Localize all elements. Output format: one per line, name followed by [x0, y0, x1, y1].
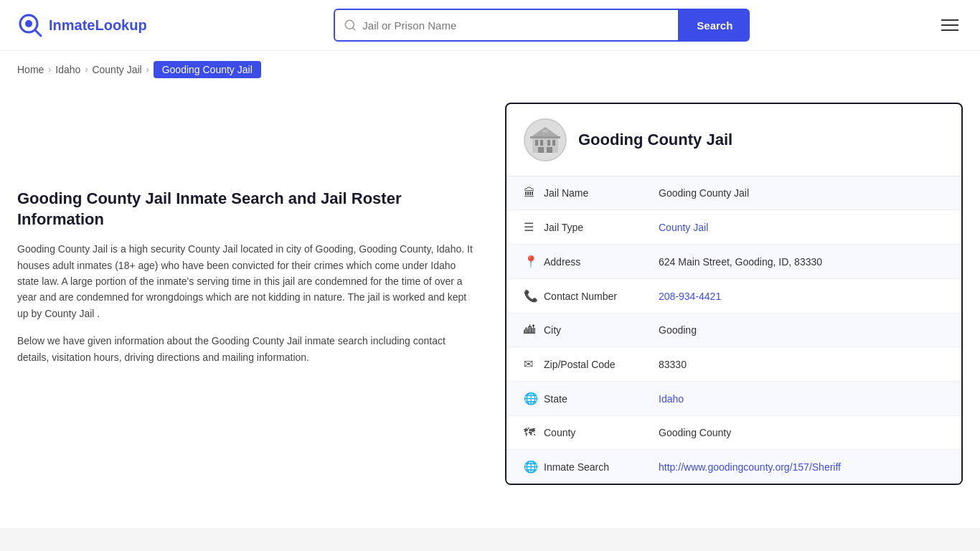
breadcrumb-current: Gooding County Jail — [154, 61, 261, 78]
svg-rect-13 — [530, 136, 560, 138]
info-row-jail-name: 🏛 Jail Name Gooding County Jail — [507, 176, 961, 210]
info-row-jail-type: ☰ Jail Type County Jail — [507, 210, 961, 245]
state-icon: 🌐 — [524, 392, 544, 405]
jail-name-value: Gooding County Jail — [659, 187, 944, 199]
svg-rect-14 — [542, 130, 548, 133]
info-card: Gooding County Jail 🏛 Jail Name Gooding … — [505, 103, 963, 485]
svg-rect-8 — [547, 140, 550, 146]
info-row-address: 📍 Address 624 Main Street, Gooding, ID, … — [507, 245, 961, 279]
breadcrumb-county-jail[interactable]: County Jail — [92, 64, 141, 75]
city-value: Gooding — [659, 324, 944, 336]
svg-rect-9 — [552, 140, 555, 146]
search-button[interactable]: Search — [679, 9, 750, 42]
zip-label: Zip/Postal Code — [544, 359, 659, 370]
chevron-icon-2: › — [85, 65, 88, 75]
zip-value: 83330 — [659, 359, 944, 370]
state-label: State — [544, 393, 659, 405]
jail-avatar — [524, 118, 567, 161]
hamburger-line-2 — [941, 24, 958, 26]
info-row-contact: 📞 Contact Number 208-934-4421 — [507, 279, 961, 314]
county-icon: 🗺 — [524, 426, 544, 439]
jail-name-icon: 🏛 — [524, 187, 544, 199]
city-label: City — [544, 324, 659, 336]
svg-rect-7 — [540, 140, 543, 146]
search-bar: Search — [334, 9, 750, 42]
svg-point-2 — [25, 20, 32, 27]
info-row-county: 🗺 County Gooding County — [507, 416, 961, 450]
county-value: Gooding County — [659, 427, 944, 438]
left-column: Gooding County Jail Inmate Search and Ja… — [17, 103, 476, 485]
svg-rect-10 — [538, 147, 544, 153]
svg-rect-6 — [535, 140, 538, 146]
phone-link[interactable]: 208-934-4421 — [659, 291, 721, 302]
state-value: Idaho — [659, 393, 944, 405]
search-icon — [344, 19, 357, 32]
jail-name-label: Jail Name — [544, 187, 659, 199]
page-title: Gooding County Jail Inmate Search and Ja… — [17, 189, 476, 230]
jail-type-label: Jail Type — [544, 222, 659, 233]
svg-line-4 — [353, 27, 355, 29]
courthouse-icon — [528, 123, 562, 157]
breadcrumb-idaho[interactable]: Idaho — [55, 64, 80, 75]
inmate-search-value: http://www.goodingcounty.org/157/Sheriff — [659, 461, 944, 473]
city-icon: 🏙 — [524, 324, 544, 336]
address-icon: 📍 — [524, 255, 544, 268]
info-row-zip: ✉ Zip/Postal Code 83330 — [507, 347, 961, 382]
inmate-search-link[interactable]: http://www.goodingcounty.org/157/Sheriff — [659, 461, 841, 473]
main-content: Gooding County Jail Inmate Search and Ja… — [0, 88, 980, 514]
logo-link[interactable]: InmateLookup — [17, 12, 147, 38]
logo-icon — [17, 12, 43, 38]
menu-button[interactable] — [937, 15, 963, 35]
header: InmateLookup Search — [0, 0, 980, 51]
description-para-2: Below we have given information about th… — [17, 333, 476, 365]
info-row-state: 🌐 State Idaho — [507, 382, 961, 416]
footer — [0, 528, 980, 551]
phone-icon: 📞 — [524, 289, 544, 303]
info-row-inmate-search: 🌐 Inmate Search http://www.goodingcounty… — [507, 450, 961, 484]
address-value: 624 Main Street, Gooding, ID, 83330 — [659, 256, 944, 268]
svg-line-1 — [35, 30, 41, 36]
breadcrumb-home[interactable]: Home — [17, 64, 44, 75]
card-header: Gooding County Jail — [507, 104, 961, 176]
svg-rect-11 — [547, 147, 552, 153]
zip-icon: ✉ — [524, 357, 544, 371]
hamburger-line-1 — [941, 19, 958, 21]
web-icon: 🌐 — [524, 460, 544, 474]
search-input[interactable] — [362, 19, 669, 32]
info-row-city: 🏙 City Gooding — [507, 314, 961, 347]
contact-label: Contact Number — [544, 291, 659, 302]
chevron-icon-3: › — [146, 65, 149, 75]
card-title: Gooding County Jail — [578, 131, 732, 149]
jail-type-value: County Jail — [659, 222, 944, 233]
breadcrumb: Home › Idaho › County Jail › Gooding Cou… — [0, 51, 980, 88]
jail-type-link[interactable]: County Jail — [659, 222, 708, 233]
logo-text: InmateLookup — [49, 17, 147, 34]
address-label: Address — [544, 256, 659, 268]
description-para-1: Gooding County Jail is a high security C… — [17, 241, 476, 321]
contact-value: 208-934-4421 — [659, 291, 944, 302]
search-input-wrapper — [334, 9, 679, 42]
jail-type-icon: ☰ — [524, 220, 544, 234]
chevron-icon-1: › — [48, 65, 51, 75]
county-label: County — [544, 427, 659, 438]
state-link[interactable]: Idaho — [659, 393, 684, 405]
inmate-search-label: Inmate Search — [544, 461, 659, 473]
hamburger-line-3 — [941, 29, 958, 31]
